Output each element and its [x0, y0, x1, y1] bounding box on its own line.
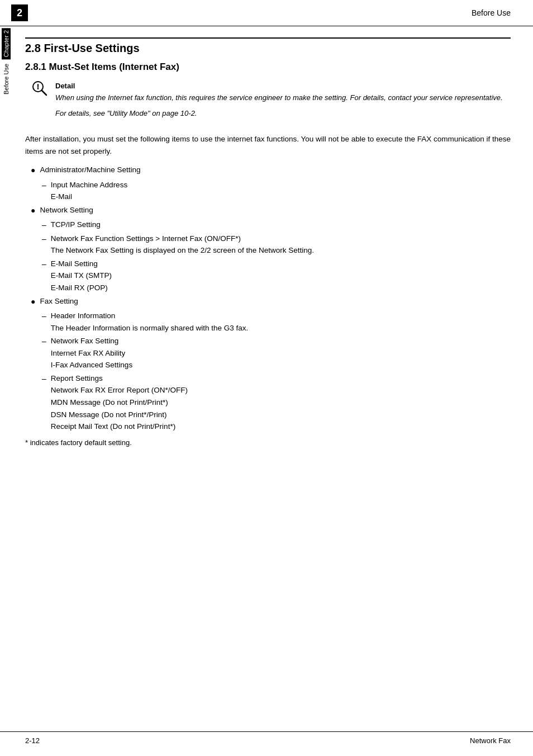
- dash-symbol-3-1: –: [42, 310, 46, 322]
- page-title: Before Use: [472, 8, 511, 17]
- bullet-item-1: ● Administrator/Machine Setting: [31, 164, 511, 176]
- dash-text-2-2: Network Fax Function Settings > Internet…: [51, 233, 314, 245]
- chapter-label: Chapter 2: [2, 28, 11, 59]
- dash-subtext-3-3d: Receipt Mail Text (Do not Print/Print*): [51, 420, 188, 433]
- dash-text-3-1: Header Information: [51, 310, 248, 322]
- dash-content-2-2: Network Fax Function Settings > Internet…: [51, 233, 314, 257]
- dash-content-2-3: E-Mail Setting E-Mail TX (SMTP) E-Mail R…: [51, 258, 112, 294]
- detail-label: Detail: [55, 82, 511, 90]
- dash-subtext-2-2: The Network Fax Setting is displayed on …: [51, 244, 314, 257]
- dash-content-3-2: Network Fax Setting Internet Fax RX Abil…: [51, 335, 132, 371]
- footnote: * indicates factory default setting.: [25, 438, 511, 447]
- chapter-badge: 2: [11, 4, 28, 21]
- list-container: ● Administrator/Machine Setting – Input …: [31, 164, 511, 433]
- bullet-text-1: Administrator/Machine Setting: [40, 164, 140, 176]
- subsection-title: 2.8.1 Must-Set Items (Internet Fax): [25, 62, 511, 73]
- detail-icon: [31, 79, 49, 101]
- top-bar: 2 Before Use: [0, 0, 533, 26]
- dash-symbol-1-1: –: [42, 179, 46, 191]
- body-text: After installation, you must set the fol…: [25, 133, 511, 157]
- dash-content-2-1: TCP/IP Setting: [51, 219, 101, 231]
- footer-section-name: Network Fax: [470, 736, 511, 745]
- subsection-title-text: Must-Set Items (Internet Fax): [49, 62, 179, 72]
- dash-item-1-1: – Input Machine Address E-Mail: [42, 179, 511, 203]
- dash-content-3-1: Header Information The Header Informatio…: [51, 310, 248, 334]
- dash-item-2-3: – E-Mail Setting E-Mail TX (SMTP) E-Mail…: [42, 258, 511, 294]
- bullet-symbol-3: ●: [31, 295, 35, 308]
- bullet-text-2: Network Setting: [40, 204, 93, 216]
- bullet-item-3: ● Fax Setting: [31, 295, 511, 308]
- subsection-number: 2.8.1: [25, 62, 46, 72]
- dash-item-2-2: – Network Fax Function Settings > Intern…: [42, 233, 511, 257]
- detail-content: Detail When using the Internet fax funct…: [55, 82, 511, 123]
- dash-subtext-1-1: E-Mail: [51, 191, 127, 203]
- dash-subtext-3-3b: MDN Message (Do not Print/Print*): [51, 396, 188, 409]
- dash-text-2-3: E-Mail Setting: [51, 258, 112, 270]
- dash-symbol-3-3: –: [42, 372, 46, 385]
- dash-subtext-3-3c: DSN Message (Do not Print*/Print): [51, 409, 188, 421]
- dash-subtext-3-2a: Internet Fax RX Ability: [51, 347, 132, 360]
- detail-box: Detail When using the Internet fax funct…: [25, 82, 511, 123]
- dash-text-2-1: TCP/IP Setting: [51, 219, 101, 231]
- bullet-item-2: ● Network Setting: [31, 204, 511, 216]
- section-number: 2.8: [25, 42, 41, 54]
- dash-text-1-1: Input Machine Address: [51, 179, 127, 191]
- dash-item-3-1: – Header Information The Header Informat…: [42, 310, 511, 334]
- dash-item-2-1: – TCP/IP Setting: [42, 219, 511, 231]
- section-header: 2.8 First-Use Settings: [25, 37, 511, 55]
- dash-subtext-3-3a: Network Fax RX Error Report (ON*/OFF): [51, 384, 188, 396]
- dash-content-3-3: Report Settings Network Fax RX Error Rep…: [51, 372, 188, 433]
- dash-text-3-3: Report Settings: [51, 372, 188, 385]
- dash-subtext-2-3a: E-Mail TX (SMTP): [51, 270, 112, 282]
- bullet-symbol-1: ●: [31, 164, 35, 176]
- dash-item-3-3: – Report Settings Network Fax RX Error R…: [42, 372, 511, 433]
- left-labels: Chapter 2 Before Use: [0, 28, 12, 94]
- dash-text-3-2: Network Fax Setting: [51, 335, 132, 347]
- dash-symbol-3-2: –: [42, 335, 46, 347]
- section-label: Before Use: [3, 64, 9, 94]
- dash-subtext-3-2b: I-Fax Advanced Settings: [51, 359, 132, 371]
- dash-subtext-2-3b: E-Mail RX (POP): [51, 282, 112, 294]
- dash-symbol-2-2: –: [42, 233, 46, 245]
- footer: 2-12 Network Fax: [0, 731, 533, 745]
- dash-item-3-2: – Network Fax Setting Internet Fax RX Ab…: [42, 335, 511, 371]
- section-title: 2.8 First-Use Settings: [25, 42, 511, 55]
- dash-symbol-2-3: –: [42, 258, 46, 270]
- section-title-text: First-Use Settings: [44, 42, 139, 54]
- dash-symbol-2-1: –: [42, 219, 46, 231]
- svg-line-1: [42, 91, 47, 96]
- dash-content-1-1: Input Machine Address E-Mail: [51, 179, 127, 203]
- bullet-text-3: Fax Setting: [40, 295, 78, 308]
- main-content: 2.8 First-Use Settings 2.8.1 Must-Set It…: [25, 26, 511, 447]
- footer-page-number: 2-12: [25, 736, 40, 745]
- dash-subtext-3-1: The Header Information is normally share…: [51, 322, 248, 334]
- detail-text2: For details, see "Utility Mode" on page …: [55, 108, 511, 119]
- detail-text1: When using the Internet fax function, th…: [55, 92, 511, 103]
- bullet-symbol-2: ●: [31, 204, 35, 216]
